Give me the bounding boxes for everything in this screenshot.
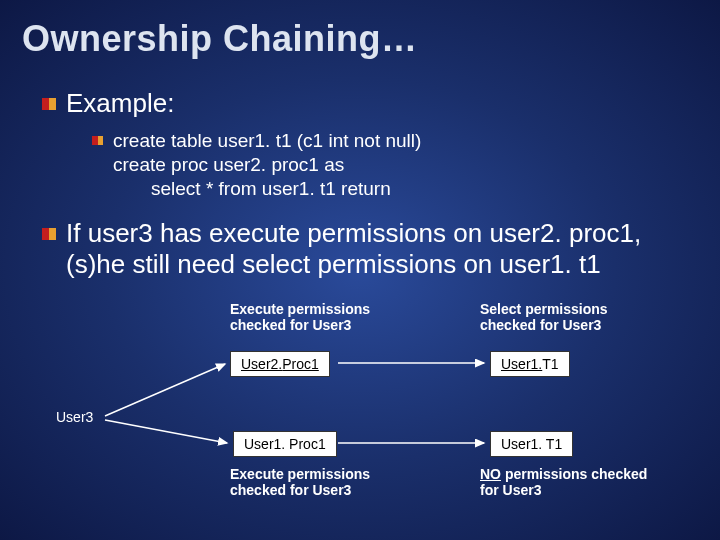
code-line: create table user1. t1 (c1 int not null) [113, 129, 421, 153]
code-block: create table user1. t1 (c1 int not null)… [92, 129, 720, 200]
bullet-example-text: Example: [66, 88, 174, 119]
code-line: create proc user2. proc1 as [113, 153, 421, 177]
bullet-paragraph: If user3 has execute permissions on user… [42, 218, 720, 280]
bullet-icon [42, 98, 56, 110]
bullet-icon [42, 228, 56, 240]
svg-line-1 [105, 420, 227, 443]
code-lines: create table user1. t1 (c1 int not null)… [113, 129, 421, 200]
code-line: select * from user1. t1 return [151, 177, 421, 201]
diagram-arrows [0, 301, 720, 511]
bullet-paragraph-text: If user3 has execute permissions on user… [66, 218, 700, 280]
bullet-example: Example: [42, 88, 720, 119]
bullet-icon [92, 136, 103, 145]
slide-title: Ownership Chaining… [0, 0, 720, 60]
svg-line-0 [105, 364, 225, 416]
diagram: Execute permissions checked for User3 Se… [0, 301, 720, 511]
